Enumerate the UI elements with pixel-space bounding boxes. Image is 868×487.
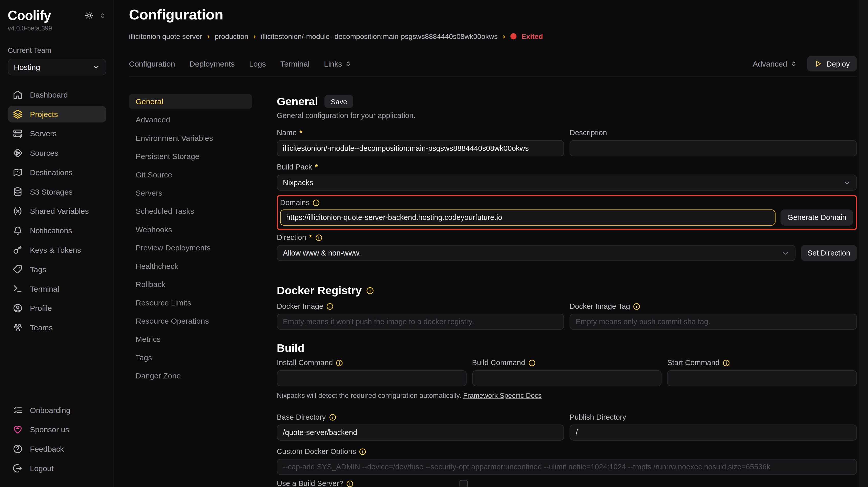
publish-directory-input[interactable]	[569, 425, 857, 441]
breadcrumb-project[interactable]: illicitonion quote server	[129, 32, 202, 40]
sidebar-item-icon	[13, 187, 23, 197]
tab-terminal[interactable]: Terminal	[280, 59, 310, 68]
framework-docs-link[interactable]: Framework Specific Docs	[463, 392, 542, 399]
info-icon[interactable]	[315, 234, 322, 241]
subnav-item-preview-deployments[interactable]: Preview Deployments	[129, 240, 252, 255]
set-direction-button[interactable]: Set Direction	[801, 245, 857, 261]
team-select-value: Hosting	[14, 63, 40, 72]
sidebar-item-teams[interactable]: Teams	[8, 319, 106, 336]
save-button[interactable]: Save	[324, 95, 353, 108]
sidebar-item-servers[interactable]: Servers	[8, 125, 106, 142]
info-icon[interactable]	[312, 199, 320, 207]
subnav-item-rollback[interactable]: Rollback	[129, 277, 252, 291]
subnav-item-tags[interactable]: Tags	[129, 350, 252, 365]
sidebar-item-icon	[13, 128, 23, 139]
info-icon[interactable]	[722, 359, 730, 367]
scrollbar-track[interactable]	[859, 0, 868, 487]
base-directory-label: Base Directory	[277, 413, 564, 422]
info-icon[interactable]	[326, 303, 334, 310]
subnav-item-git-source[interactable]: Git Source	[129, 168, 252, 182]
app-logo[interactable]: Coolify	[8, 8, 51, 23]
docker-image-label: Docker Image	[277, 302, 564, 311]
info-icon[interactable]	[366, 286, 374, 294]
sidebar-item-label: Teams	[30, 323, 53, 332]
info-icon[interactable]	[359, 448, 367, 456]
info-icon[interactable]	[528, 359, 535, 367]
team-select[interactable]: Hosting	[8, 59, 106, 75]
sidebar-item-label: Terminal	[30, 284, 59, 293]
subnav-item-label: Healthcheck	[135, 262, 178, 270]
subnav-item-label: Preview Deployments	[135, 243, 211, 252]
sidebar-item-terminal[interactable]: Terminal	[8, 280, 106, 297]
generate-domain-button[interactable]: Generate Domain	[781, 209, 853, 226]
app-version: v4.0.0-beta.399	[8, 25, 106, 31]
subnav-item-general[interactable]: General	[129, 94, 252, 109]
custom-docker-options-input[interactable]	[277, 459, 857, 475]
subnav-item-webhooks[interactable]: Webhooks	[129, 222, 252, 237]
domains-input[interactable]	[280, 209, 776, 226]
subnav-item-metrics[interactable]: Metrics	[129, 332, 252, 346]
sidebar-item-projects[interactable]: Projects	[8, 106, 106, 122]
sidebar-item-destinations[interactable]: Destinations	[8, 164, 106, 181]
build-command-input[interactable]	[472, 370, 662, 386]
tab-deployments[interactable]: Deployments	[189, 59, 235, 68]
sidebar-item-icon	[13, 109, 23, 119]
install-command-input[interactable]	[277, 370, 466, 386]
info-icon[interactable]	[336, 359, 343, 367]
docker-image-input[interactable]	[277, 314, 564, 330]
tab-links[interactable]: Links	[324, 59, 352, 68]
build-pack-select[interactable]: Nixpacks	[277, 175, 857, 191]
info-icon[interactable]	[346, 480, 354, 487]
sidebar-item-icon	[13, 323, 23, 333]
sidebar-item-label: Notifications	[30, 226, 72, 235]
sidebar-item-s3-storages[interactable]: S3 Storages	[8, 183, 106, 200]
subnav-item-persistent-storage[interactable]: Persistent Storage	[129, 149, 252, 163]
subnav-item-resource-limits[interactable]: Resource Limits	[129, 295, 252, 310]
sidebar-item-feedback[interactable]: Feedback	[8, 441, 106, 457]
sidebar-item-icon	[13, 148, 23, 158]
use-build-server-checkbox[interactable]	[460, 480, 468, 487]
subnav-item-resource-operations[interactable]: Resource Operations	[129, 314, 252, 328]
subnav-item-label: Servers	[135, 189, 162, 197]
docker-image-tag-input[interactable]	[569, 314, 857, 330]
sidebar-item-keys-tokens[interactable]: Keys & Tokens	[8, 242, 106, 258]
start-command-field: Start Command	[667, 359, 857, 386]
subnav-item-scheduled-tasks[interactable]: Scheduled Tasks	[129, 204, 252, 219]
info-icon[interactable]	[329, 413, 336, 421]
base-directory-input[interactable]	[277, 425, 564, 441]
info-icon[interactable]	[633, 303, 641, 310]
subnav-item-advanced[interactable]: Advanced	[129, 112, 252, 127]
subnav-item-danger-zone[interactable]: Danger Zone	[129, 368, 252, 383]
subnav-item-servers[interactable]: Servers	[129, 185, 252, 200]
nixpacks-note: Nixpacks will detect the required config…	[277, 392, 857, 399]
sidebar-item-icon	[13, 168, 23, 177]
build-command-label: Build Command	[472, 359, 662, 367]
tab-configuration[interactable]: Configuration	[129, 59, 175, 68]
sidebar-item-profile[interactable]: Profile	[8, 300, 106, 316]
breadcrumb-environment[interactable]: production	[215, 32, 248, 40]
sidebar-item-logout[interactable]: Logout	[8, 460, 106, 477]
direction-select[interactable]: Allow www & non-www.	[277, 245, 795, 261]
breadcrumb-application[interactable]: illicitestonion/-module--decomposition:m…	[261, 32, 498, 40]
sidebar-item-sources[interactable]: Sources	[8, 145, 106, 161]
direction-field: Direction* Allow www & non-www. Set Dire…	[277, 233, 857, 261]
start-command-input[interactable]	[667, 370, 857, 386]
install-command-label: Install Command	[277, 359, 466, 367]
sidebar-item-onboarding[interactable]: Onboarding	[8, 402, 106, 419]
build-commands-row: Install Command Build Command	[277, 359, 857, 386]
subnav-item-environment-variables[interactable]: Environment Variables	[129, 131, 252, 145]
advanced-menu[interactable]: Advanced	[753, 59, 797, 68]
sidebar-item-notifications[interactable]: Notifications	[8, 222, 106, 239]
sidebar-item-shared-variables[interactable]: Shared Variables	[8, 203, 106, 220]
tab-logs[interactable]: Logs	[249, 59, 266, 68]
sidebar-item-dashboard[interactable]: Dashboard	[8, 87, 106, 103]
font-size-selector-icon[interactable]	[99, 12, 106, 19]
deploy-button[interactable]: Deploy	[807, 56, 857, 72]
description-input[interactable]	[569, 140, 857, 156]
name-input[interactable]	[277, 140, 564, 156]
direction-value: Allow www & non-www.	[283, 249, 361, 257]
sidebar-item-sponsor-us[interactable]: Sponsor us	[8, 421, 106, 438]
subnav-item-healthcheck[interactable]: Healthcheck	[129, 259, 252, 273]
theme-toggle-icon[interactable]	[85, 11, 94, 20]
sidebar-item-tags[interactable]: Tags	[8, 261, 106, 278]
